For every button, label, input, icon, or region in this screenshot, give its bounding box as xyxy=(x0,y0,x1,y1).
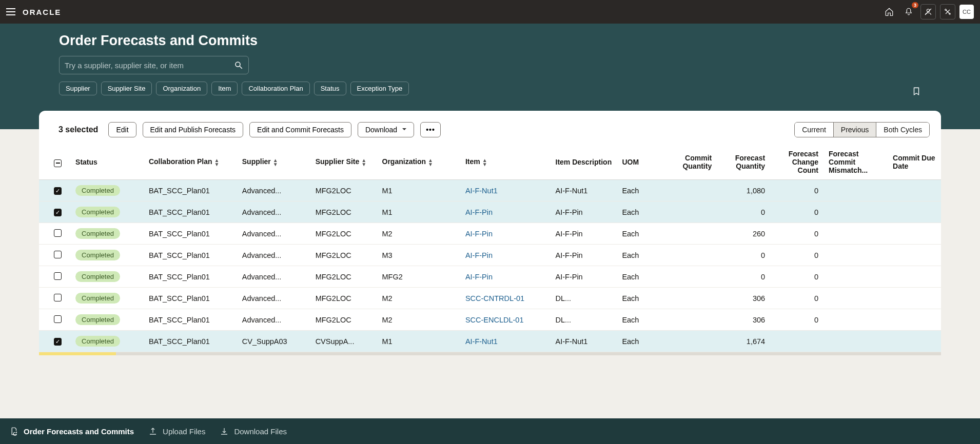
col-plan[interactable]: Collaboration Plan▲▼ xyxy=(144,145,237,180)
cell-forecast-qty: 0 xyxy=(717,245,770,266)
cell-uom: Each xyxy=(617,309,663,331)
col-uom[interactable]: UOM xyxy=(617,145,663,180)
select-all-checkbox[interactable] xyxy=(54,159,62,167)
page-title: Order Forecasts and Commits xyxy=(59,33,921,49)
col-org[interactable]: Organization▲▼ xyxy=(377,145,460,180)
col-forecast-change[interactable]: Forecast Change Count xyxy=(770,145,824,180)
cell-due-date xyxy=(888,180,941,201)
cell-forecast-qty: 260 xyxy=(717,223,770,245)
chip-collab-plan[interactable]: Collaboration Plan xyxy=(242,82,309,95)
home-icon[interactable] xyxy=(881,4,897,19)
results-panel: 3 selected Edit Edit and Publish Forecas… xyxy=(39,111,941,355)
row-checkbox[interactable] xyxy=(54,315,62,323)
cell-plan: BAT_SCC_Plan01 xyxy=(144,266,237,288)
col-item[interactable]: Item▲▼ xyxy=(460,145,551,180)
edit-publish-button[interactable]: Edit and Publish Forecasts xyxy=(143,122,244,137)
cell-desc: DL... xyxy=(551,309,617,331)
item-link[interactable]: AI-F-Nut1 xyxy=(465,187,498,195)
chip-supplier-site[interactable]: Supplier Site xyxy=(101,82,152,95)
sort-icon[interactable]: ▲▼ xyxy=(428,158,433,167)
avatar[interactable]: CC xyxy=(959,5,974,19)
cell-forecast-qty: 1,674 xyxy=(717,331,770,352)
row-checkbox[interactable] xyxy=(54,251,62,258)
svg-line-1 xyxy=(925,9,931,15)
cell-commit-qty xyxy=(663,266,717,288)
edit-commit-button[interactable]: Edit and Commit Forecasts xyxy=(249,122,351,137)
tools-icon[interactable] xyxy=(940,4,955,19)
item-link[interactable]: SCC-ENCLDL-01 xyxy=(465,316,524,324)
sort-icon[interactable]: ▲▼ xyxy=(273,158,278,167)
item-link[interactable]: AI-F-Pin xyxy=(465,251,493,259)
chip-item[interactable]: Item xyxy=(211,82,238,95)
item-link[interactable]: AI-F-Pin xyxy=(465,208,493,216)
cell-forecast-change: 0 xyxy=(770,223,824,245)
cell-site: MFG2LOC xyxy=(310,245,377,266)
item-link[interactable]: AI-F-Nut1 xyxy=(465,337,498,346)
table-row[interactable]: Completed BAT_SCC_Plan01 Advanced... MFG… xyxy=(39,288,941,309)
oracle-logo: ORACLE xyxy=(23,8,61,16)
item-link[interactable]: AI-F-Pin xyxy=(465,230,493,238)
row-checkbox[interactable] xyxy=(54,294,62,301)
search-icon[interactable] xyxy=(234,60,243,70)
cell-org: M3 xyxy=(377,245,460,266)
row-checkbox[interactable]: ✓ xyxy=(54,338,62,346)
col-supplier[interactable]: Supplier▲▼ xyxy=(237,145,310,180)
item-link[interactable]: SCC-CNTRDL-01 xyxy=(465,294,524,302)
table-row[interactable]: ✓ Completed BAT_SCC_Plan01 CV_SuppA03 CV… xyxy=(39,331,941,352)
chip-organization[interactable]: Organization xyxy=(156,82,207,95)
svg-point-4 xyxy=(236,62,240,67)
cell-desc: AI-F-Pin xyxy=(551,266,617,288)
search-box[interactable] xyxy=(59,56,249,74)
selection-count: 3 selected xyxy=(58,125,98,134)
col-site[interactable]: Supplier Site▲▼ xyxy=(310,145,377,180)
row-checkbox[interactable]: ✓ xyxy=(54,209,62,216)
cell-forecast-qty: 0 xyxy=(717,201,770,223)
cell-forecast-qty: 306 xyxy=(717,288,770,309)
row-checkbox[interactable] xyxy=(54,272,62,280)
bookmark-icon[interactable] xyxy=(912,86,921,96)
cell-due-date xyxy=(888,223,941,245)
cell-mismatch xyxy=(824,223,888,245)
hamburger-icon[interactable] xyxy=(6,8,15,15)
cell-org: MFG2 xyxy=(377,266,460,288)
chip-supplier[interactable]: Supplier xyxy=(59,82,97,95)
seg-current[interactable]: Current xyxy=(795,123,833,137)
table-row[interactable]: ✓ Completed BAT_SCC_Plan01 Advanced... M… xyxy=(39,180,941,201)
col-commit-qty[interactable]: Commit Quantity xyxy=(663,145,717,180)
seg-both[interactable]: Both Cycles xyxy=(876,123,929,137)
col-desc[interactable]: Item Description xyxy=(551,145,617,180)
cell-org: M1 xyxy=(377,201,460,223)
bell-icon[interactable]: 3 xyxy=(901,4,916,19)
cell-site: MFG2LOC xyxy=(310,309,377,331)
cell-mismatch xyxy=(824,180,888,201)
col-forecast-mismatch[interactable]: Forecast Commit Mismatch... xyxy=(824,145,888,180)
row-checkbox[interactable]: ✓ xyxy=(54,187,62,195)
search-input[interactable] xyxy=(65,61,234,70)
seg-previous[interactable]: Previous xyxy=(833,123,876,137)
item-link[interactable]: AI-F-Pin xyxy=(465,273,493,281)
table-row[interactable]: ✓ Completed BAT_SCC_Plan01 Advanced... M… xyxy=(39,201,941,223)
edit-button[interactable]: Edit xyxy=(108,122,136,137)
col-forecast-qty[interactable]: Forecast Quantity xyxy=(717,145,770,180)
more-actions-button[interactable]: ••• xyxy=(420,122,441,137)
table-row[interactable]: Completed BAT_SCC_Plan01 Advanced... MFG… xyxy=(39,245,941,266)
table-row[interactable]: Completed BAT_SCC_Plan01 Advanced... MFG… xyxy=(39,309,941,331)
table-row[interactable]: Completed BAT_SCC_Plan01 Advanced... MFG… xyxy=(39,223,941,245)
download-button[interactable]: Download xyxy=(358,122,414,137)
table-row[interactable]: Completed BAT_SCC_Plan01 Advanced... MFG… xyxy=(39,266,941,288)
chip-status[interactable]: Status xyxy=(314,82,346,95)
filter-chips: Supplier Supplier Site Organization Item… xyxy=(59,82,921,95)
sort-icon[interactable]: ▲▼ xyxy=(482,158,487,167)
chip-exception-type[interactable]: Exception Type xyxy=(350,82,409,95)
cell-desc: AI-F-Pin xyxy=(551,245,617,266)
status-badge: Completed xyxy=(75,207,120,217)
sort-icon[interactable]: ▲▼ xyxy=(214,158,220,167)
sort-icon[interactable]: ▲▼ xyxy=(361,158,366,167)
cell-org: M1 xyxy=(377,331,460,352)
user-outline-icon[interactable] xyxy=(920,4,936,19)
col-status[interactable]: Status xyxy=(70,145,144,180)
scroll-indicator xyxy=(39,352,941,355)
row-checkbox[interactable] xyxy=(54,229,62,237)
status-badge: Completed xyxy=(75,336,120,347)
col-commit-due[interactable]: Commit Due Date xyxy=(888,145,941,180)
